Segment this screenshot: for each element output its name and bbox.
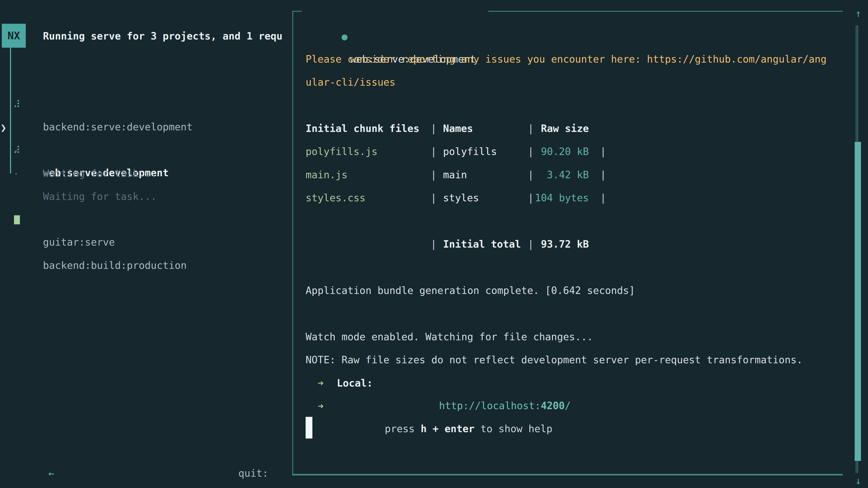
- col-divider: |: [528, 164, 534, 186]
- bundle-complete-line: Application bundle generation complete. …: [306, 279, 635, 302]
- note-line: NOTE: Raw file sizes do not reflect deve…: [306, 349, 803, 371]
- success-square-icon: [14, 215, 20, 224]
- scroll-up-arrow-icon[interactable]: ↑: [850, 2, 866, 25]
- scroll-down-arrow-icon[interactable]: ↓: [850, 469, 866, 488]
- task-label: backend:build:production: [43, 254, 187, 277]
- task-status-dot-icon: ●: [342, 31, 348, 42]
- task-row-web-serve-selected[interactable]: ❯ ⠼ web:serve:development: [0, 94, 291, 116]
- col-header-names: Names: [443, 117, 473, 140]
- task-row-waiting-1[interactable]: · Waiting for task...: [0, 117, 291, 140]
- arrow-right-icon: ➜: [318, 372, 324, 394]
- chunk-name: polyfills: [443, 140, 497, 163]
- col-divider: |: [600, 187, 606, 209]
- task-label: guitar:serve: [43, 231, 115, 254]
- prev-page-arrow-icon[interactable]: ←: [49, 467, 55, 479]
- url-suffix: /: [565, 400, 571, 412]
- col-header-raw-size: Raw size: [533, 117, 589, 140]
- col-divider: |: [431, 117, 437, 140]
- chunk-file: polyfills.js: [306, 140, 377, 163]
- col-divider: |: [528, 233, 534, 256]
- local-label: Local:: [337, 372, 373, 394]
- issue-notice-line1: Please consider reporting any issues you…: [306, 48, 827, 70]
- chunk-size: 3.42 kB: [533, 164, 589, 186]
- chunk-name: main: [443, 164, 467, 186]
- total-label: Initial total: [443, 233, 521, 256]
- panel-header: ● web:serve:development: [306, 3, 476, 25]
- chunk-size: 104 bytes: [533, 187, 589, 209]
- nx-logo: NX: [2, 24, 26, 48]
- chunk-file: main.js: [306, 164, 347, 186]
- chunk-file: styles.css: [306, 187, 366, 209]
- col-divider: |: [528, 140, 534, 163]
- scrollbar-thumb[interactable]: [855, 142, 861, 461]
- col-divider: |: [431, 233, 437, 256]
- task-list-panel: NX Running serve for 3 projects, and 1 r…: [0, 0, 292, 488]
- chunk-name: styles: [443, 187, 479, 209]
- pagination: ← 1/1 →: [12, 440, 72, 462]
- col-divider: |: [431, 187, 437, 209]
- waiting-dot-icon: ·: [13, 163, 36, 185]
- task-row-backend-serve[interactable]: ⠼ backend:serve:development: [0, 70, 291, 93]
- col-divider: |: [600, 164, 606, 186]
- terminal-cursor: [306, 417, 312, 438]
- help-suffix: to show help: [474, 423, 552, 434]
- task-row-guitar-serve[interactable]: ✕ guitar:serve: [0, 186, 291, 208]
- local-url[interactable]: http://localhost:4200/: [391, 372, 571, 394]
- col-header-files: Initial chunk files: [306, 117, 419, 140]
- col-divider: |: [600, 140, 606, 163]
- col-divider: |: [528, 117, 534, 140]
- quit-label: quit:: [239, 467, 268, 479]
- panel-border-left: [292, 11, 293, 475]
- issue-notice-line2: ular-cli/issues: [306, 71, 395, 94]
- col-divider: |: [431, 140, 437, 163]
- help-hint-text: press h + enter to show help: [337, 395, 553, 418]
- chunk-size: 90.20 kB: [533, 140, 589, 163]
- task-row-backend-build[interactable]: backend:build:production: [0, 209, 291, 232]
- panel-border-bottom: [292, 474, 843, 475]
- watch-mode-line: Watch mode enabled. Watching for file ch…: [306, 326, 593, 348]
- help-prefix: press: [385, 423, 421, 434]
- total-size: 93.72 kB: [533, 233, 589, 256]
- shortcut-hints: quit: q help: ?: [170, 440, 268, 462]
- app-title: Running serve for 3 projects, and 1 requ: [43, 25, 283, 47]
- col-divider: |: [431, 164, 437, 186]
- help-keys: h + enter: [421, 423, 474, 434]
- col-divider: |: [528, 187, 534, 209]
- task-row-waiting-2[interactable]: · Waiting for task...: [0, 140, 291, 163]
- task-label: Waiting for task...: [43, 162, 157, 185]
- arrow-right-icon: ➜: [318, 395, 324, 418]
